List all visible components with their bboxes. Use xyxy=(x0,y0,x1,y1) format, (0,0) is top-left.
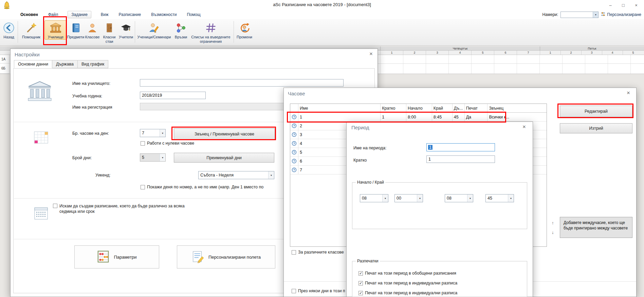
printouts-group: Разпечатки ✓ Печат на този период в обоб… xyxy=(352,261,527,297)
toolbar-button-label: Класове xyxy=(85,35,100,39)
toolbar-classrooms-button[interactable]: Класни стаи xyxy=(101,20,118,44)
checkbox-check-icon: ✓ xyxy=(358,291,363,295)
print-individual-checkbox-2[interactable]: ✓ Печат на този период в индивидуални ра… xyxy=(358,291,457,295)
end-minute-select[interactable]: 45 ▾ xyxy=(485,194,514,202)
toolbar-button-label: Помощник xyxy=(22,35,40,39)
notebook-icon xyxy=(70,21,81,34)
end-hour-select[interactable]: 08 ▾ xyxy=(445,194,473,202)
class-row-label: 6Б xyxy=(0,63,10,74)
find-input[interactable]: ▾ xyxy=(560,12,599,18)
toolbar-teachers-button[interactable]: Учители xyxy=(118,20,133,40)
minimize-icon[interactable]: – xyxy=(604,0,617,10)
hours-dialog-title: Часове xyxy=(288,91,305,96)
move-down-icon[interactable]: ↓ xyxy=(552,230,554,235)
custom-fields-button[interactable]: Персонализирани полета xyxy=(177,245,275,268)
menu-tab-help[interactable]: Помощ xyxy=(186,11,201,18)
days-count-label: Брой дни: xyxy=(72,155,92,160)
start-hour-select[interactable]: 08 ▾ xyxy=(360,194,388,202)
menu-tab-options[interactable]: Възможности xyxy=(150,11,177,18)
column-header[interactable]: Край xyxy=(432,104,453,112)
print-summary-checkbox[interactable]: ✓ Печат на този период в обобщени разпис… xyxy=(358,271,456,276)
toolbar-classes-button[interactable]: Класове xyxy=(85,20,100,40)
delete-button[interactable]: Изтрий xyxy=(560,123,632,133)
menu-tab-main[interactable]: Основен xyxy=(20,11,39,18)
toolbar-students-seminars-button[interactable]: Ученици/Семинари xyxy=(136,20,172,40)
toolbar-button-label: Връзки xyxy=(175,35,187,39)
toolbar-back-button[interactable]: Назад xyxy=(1,20,16,40)
column-header[interactable]: Дъ... xyxy=(453,104,465,112)
menu-tab-view[interactable]: Виж xyxy=(100,11,109,18)
toolbar-constraints-list-button[interactable]: Списък на въведените ограничения xyxy=(189,20,232,44)
column-header[interactable]: Начало xyxy=(406,104,432,112)
chevron-down-icon: ▾ xyxy=(160,129,165,137)
column-header[interactable]: Име xyxy=(298,104,381,112)
toolbar-button-label: Учители xyxy=(119,35,133,39)
period-end-cell: 8:45 xyxy=(432,113,453,121)
different-classes-checkbox[interactable]: За различните класове xyxy=(292,250,344,255)
period-name-input[interactable]: 1 xyxy=(426,143,495,151)
weekend-select[interactable]: Събота - Неделя ▾ xyxy=(198,171,274,179)
day-number-checkbox[interactable]: Покажи деня по номер, а не по име (напр.… xyxy=(141,185,263,189)
settings-close-icon[interactable]: × xyxy=(369,51,373,57)
weekly-different-checkbox[interactable]: Искам да създам разписание, което да бъд… xyxy=(53,203,199,215)
bell-rename-hours-button[interactable]: Звънец / Преименувай часове xyxy=(174,128,275,140)
chevron-down-icon[interactable]: ▾ xyxy=(593,12,598,18)
maximize-icon[interactable]: □ xyxy=(617,0,630,10)
start-minute-select[interactable]: 00 ▾ xyxy=(394,194,423,202)
settings-tab-schedule-type[interactable]: Вид график xyxy=(77,60,108,68)
zero-hours-checkbox[interactable]: Работи с нулеви часове xyxy=(141,141,194,146)
print-individual-checkbox[interactable]: ✓ Печат на този период в индивидуални ра… xyxy=(358,281,457,285)
refresh-person-icon xyxy=(239,21,250,34)
day-header-friday: Петък xyxy=(540,47,644,51)
school-year-input[interactable] xyxy=(140,92,206,99)
menu-tab-file[interactable]: Файл xyxy=(48,11,59,18)
toolbar-button-label: Предмети xyxy=(67,35,85,39)
start-end-group: Начало / Край 08 ▾ 00 ▾ 08 ▾ 45 ▾ xyxy=(352,182,527,229)
some-days-checkbox[interactable]: През някои дни в този п xyxy=(292,289,345,293)
edit-button[interactable]: Редактирай xyxy=(560,106,632,117)
parameters-button[interactable]: Параметри xyxy=(74,245,159,268)
network-icon xyxy=(176,21,186,34)
toolbar-button-label: Училище xyxy=(48,35,63,39)
move-up-icon[interactable]: ↑ xyxy=(552,220,554,225)
menu-tab-task[interactable]: Задание xyxy=(68,11,91,18)
grid-hash-icon xyxy=(205,21,216,34)
clock-icon xyxy=(290,130,298,139)
close-icon[interactable]: × xyxy=(630,0,643,10)
column-header[interactable]: Звънец xyxy=(487,104,547,112)
period-close-icon[interactable]: × xyxy=(522,124,526,130)
start-end-group-label: Начало / Край xyxy=(356,180,385,185)
table-row[interactable]: 1 1 8:00 8:45 45 Да Всички к... xyxy=(290,113,547,122)
hours-close-icon[interactable]: × xyxy=(627,90,630,96)
clock-icon xyxy=(290,122,298,130)
toolbar-school-button[interactable]: Училище xyxy=(44,20,67,40)
school-name-input[interactable] xyxy=(140,79,344,87)
menu-tab-schedule[interactable]: Разписание xyxy=(118,11,142,18)
clock-icon xyxy=(290,139,298,148)
toolbar-assistant-button[interactable]: Помощник xyxy=(19,20,44,40)
custom-fields-button-label: Персонализирани полета xyxy=(208,255,261,260)
days-count-select[interactable]: 5 ▾ xyxy=(140,153,166,162)
calendar-icon xyxy=(34,206,49,222)
add-break-note[interactable]: Добавете междучасие, което ще бъде принт… xyxy=(560,217,632,238)
settings-tab-basic-data[interactable]: Основни данни xyxy=(14,60,52,68)
settings-tab-country[interactable]: Държава xyxy=(52,60,78,68)
timetable-grid-icon xyxy=(34,130,49,146)
column-header[interactable]: Кратко xyxy=(381,104,406,112)
checkbox-check-icon: ✓ xyxy=(358,271,363,276)
rename-days-button[interactable]: Преименувай дни xyxy=(174,153,274,163)
period-short-input[interactable] xyxy=(426,155,495,163)
chevron-down-icon: ▾ xyxy=(508,194,514,202)
hours-per-day-select[interactable]: 7 ▾ xyxy=(140,129,166,137)
window-title: aSc Разписание на часовете 2019 - [docum… xyxy=(0,2,644,7)
personalize-button[interactable]: Персонализиране xyxy=(601,12,641,17)
menu-bar: Основен Файл Задание Виж Разписание Възм… xyxy=(0,10,644,19)
toolbar-changes-button[interactable]: Промени xyxy=(235,20,254,40)
toolbar-subjects-button[interactable]: Предмети xyxy=(68,20,84,40)
period-number-cell: 5 xyxy=(623,51,643,55)
door-icon xyxy=(104,21,115,34)
column-header[interactable]: Печат xyxy=(465,104,488,112)
toolbar-links-button[interactable]: Връзки xyxy=(173,20,189,40)
icon-column-header xyxy=(290,104,298,112)
clock-icon xyxy=(290,148,298,156)
